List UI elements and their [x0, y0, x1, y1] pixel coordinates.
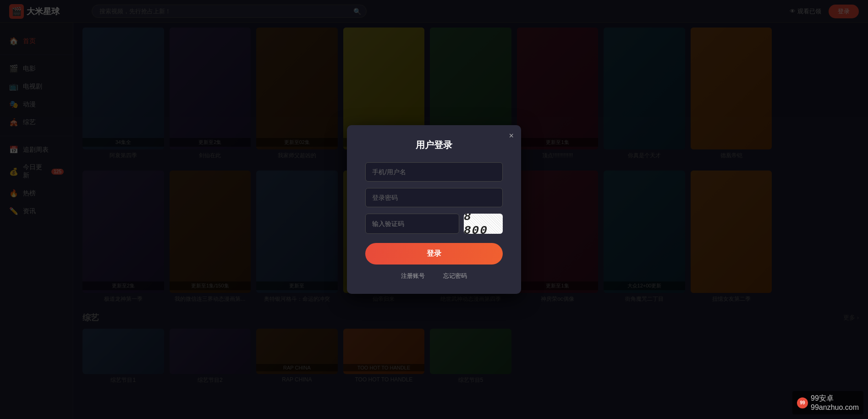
watermark-logo: 99 — [797, 397, 808, 408]
modal-links: 注册账号 忘记密码 — [365, 272, 503, 280]
watermark-icon: 99 — [800, 400, 805, 405]
modal-title: 用户登录 — [365, 139, 503, 151]
modal-close-button[interactable]: × — [509, 132, 514, 140]
register-link[interactable]: 注册账号 — [401, 272, 425, 280]
captcha-text: 8 800 — [464, 214, 503, 234]
captcha-input[interactable] — [365, 214, 459, 234]
login-modal: × 用户登录 8 800 登录 注册账号 忘记密码 — [347, 125, 521, 294]
modal-backdrop[interactable]: × 用户登录 8 800 登录 注册账号 忘记密码 — [0, 0, 868, 419]
login-submit-button[interactable]: 登录 — [365, 243, 503, 265]
watermark: 99 99安卓 99anzhuo.com — [792, 391, 863, 414]
captcha-image[interactable]: 8 800 — [464, 214, 503, 234]
watermark-text: 99安卓 99anzhuo.com — [811, 394, 859, 412]
watermark-url: 99anzhuo.com — [811, 403, 859, 412]
captcha-row: 8 800 — [365, 214, 503, 234]
password-input[interactable] — [365, 188, 503, 207]
username-input[interactable] — [365, 162, 503, 182]
forgot-link[interactable]: 忘记密码 — [443, 272, 467, 280]
watermark-brand: 99安卓 — [811, 394, 859, 403]
